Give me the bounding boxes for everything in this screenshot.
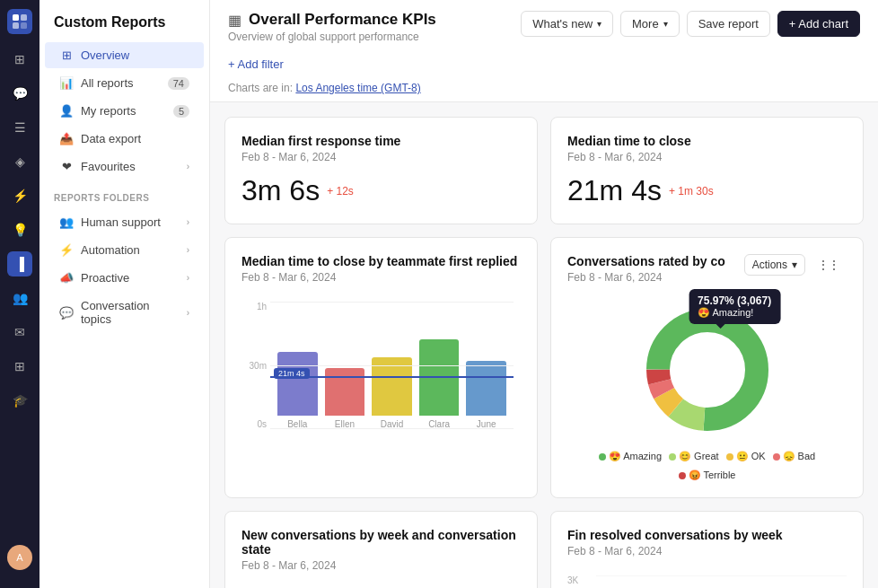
median-first-response-value: 3m 6s + 12s	[241, 174, 521, 207]
save-report-button[interactable]: Save report	[687, 11, 770, 37]
timezone-link[interactable]: Los Angeles time (GMT-8)	[295, 82, 420, 94]
conversation-topics-icon: 💬	[59, 306, 74, 320]
median-first-response-card: Median first response time Feb 8 - Mar 6…	[224, 117, 538, 224]
inbox-icon[interactable]: ☰	[7, 115, 32, 140]
more-arrow-icon: ▾	[663, 19, 668, 29]
whats-new-label: What's new	[532, 17, 593, 31]
fin-bar-chart-svg	[596, 575, 847, 588]
new-conversations-title: New conversations by week and conversati…	[241, 528, 521, 557]
message-icon[interactable]: ✉	[7, 320, 32, 345]
fin-resolved-date: Feb 8 - Mar 6, 2024	[567, 545, 847, 557]
save-report-label: Save report	[698, 17, 759, 31]
my-reports-icon: 👤	[59, 104, 74, 118]
nav-data-export-label: Data export	[81, 132, 189, 145]
my-reports-badge: 5	[173, 105, 189, 118]
nav-item-my-reports[interactable]: 👤 My reports 5	[45, 98, 204, 124]
donut-chart: 75.97% (3,067) 😍 Amazing!	[636, 298, 779, 442]
median-first-response-title: Median first response time	[241, 134, 521, 148]
svg-rect-3	[21, 22, 27, 29]
grid-icon[interactable]: ⊞	[7, 354, 32, 379]
nav-item-favourites[interactable]: ❤ Favourites ›	[45, 154, 204, 180]
bulb-icon[interactable]: 💡	[7, 217, 32, 242]
median-close-teammate-date: Feb 8 - Mar 6, 2024	[241, 271, 521, 284]
report-subtitle: Overview of global support performance	[228, 31, 436, 43]
nav-item-overview[interactable]: ⊞ Overview	[45, 42, 204, 68]
fin-chart-area: 3K 2K 1K	[567, 575, 847, 588]
chat-icon[interactable]: 💬	[7, 81, 32, 106]
whats-new-arrow-icon: ▾	[597, 19, 601, 29]
donut-legend: 😍 Amazing 😊 Great 😐 OK 😞 Bad 😡 Terrible	[567, 451, 847, 481]
nav-item-data-export[interactable]: 📤 Data export	[45, 126, 204, 152]
fin-resolved-title: Fin resolved conversations by week	[567, 528, 847, 542]
sidebar-title: Custom Reports	[40, 0, 209, 41]
median-close-teammate-title: Median time to close by teammate first r…	[241, 254, 521, 268]
add-filter-button[interactable]: + Add filter	[228, 57, 284, 71]
whats-new-button[interactable]: What's new ▾	[521, 11, 613, 37]
reports-folders-section: REPORTS FOLDERS	[40, 180, 209, 208]
dashboard: Median first response time Feb 8 - Mar 6…	[210, 102, 878, 588]
graduation-icon[interactable]: 🎓	[7, 388, 32, 413]
nav-overview-label: Overview	[81, 48, 189, 62]
median-time-to-close-change: + 1m 30s	[669, 185, 714, 197]
nav-folder-proactive[interactable]: 📣 Proactive ›	[45, 265, 204, 291]
new-conversations-card: New conversations by week and conversati…	[224, 511, 538, 588]
nav-sidebar: Custom Reports ⊞ Overview 📊 All reports …	[40, 0, 210, 588]
median-time-to-close-card: Median time to close Feb 8 - Mar 6, 2024…	[550, 117, 864, 224]
nav-folder-human-support[interactable]: 👥 Human support ›	[45, 209, 204, 235]
timezone-note: Charts are in: Los Angeles time (GMT-8)	[228, 78, 860, 101]
user-avatar[interactable]: A	[7, 545, 32, 570]
nav-conversation-topics-label: Conversation topics	[81, 299, 180, 326]
conversation-topics-arrow-icon: ›	[187, 308, 189, 318]
nav-item-all-reports[interactable]: 📊 All reports 74	[45, 70, 204, 96]
donut-chart-area: 75.97% (3,067) 😍 Amazing!	[567, 294, 847, 481]
header-report-icon: ▦	[228, 12, 241, 29]
nav-automation-label: Automation	[81, 243, 180, 257]
overview-icon: ⊞	[59, 48, 74, 62]
fin-resolved-card: Fin resolved conversations by week Feb 8…	[550, 511, 864, 588]
main-header: ▦ Overall Performance KPIs Overview of g…	[210, 0, 878, 102]
more-button[interactable]: More ▾	[620, 11, 680, 37]
more-label: More	[632, 17, 659, 31]
all-reports-badge: 74	[168, 77, 189, 90]
nav-human-support-label: Human support	[81, 215, 180, 229]
svg-rect-1	[21, 14, 27, 21]
svg-point-9	[672, 334, 743, 406]
add-chart-button[interactable]: + Add chart	[777, 11, 860, 37]
automation-arrow-icon: ›	[187, 245, 189, 255]
nav-folder-conversation-topics[interactable]: 💬 Conversation topics ›	[45, 293, 204, 332]
conversations-rated-card: Conversations rated by co Feb 8 - Mar 6,…	[550, 237, 864, 498]
svg-rect-2	[13, 22, 19, 29]
donut-tooltip: 75.97% (3,067) 😍 Amazing!	[689, 289, 780, 324]
nav-favourites-label: Favourites	[81, 160, 180, 173]
target-icon[interactable]: ◈	[7, 149, 32, 174]
nav-proactive-label: Proactive	[81, 271, 180, 285]
app-logo-icon[interactable]	[7, 9, 32, 34]
report-title: Overall Performance KPIs	[249, 11, 436, 29]
human-support-arrow-icon: ›	[187, 217, 189, 227]
favourites-icon: ❤	[59, 160, 74, 173]
main-content: ▦ Overall Performance KPIs Overview of g…	[210, 0, 878, 588]
svg-rect-0	[13, 14, 19, 21]
actions-button[interactable]: Actions ▾	[744, 254, 805, 276]
all-reports-icon: 📊	[59, 76, 74, 90]
median-close-by-teammate-card: Median time to close by teammate first r…	[224, 237, 538, 498]
chart-bar-icon[interactable]: ▐	[7, 251, 32, 276]
people-icon[interactable]: 👥	[7, 285, 32, 311]
median-time-to-close-title: Median time to close	[567, 134, 847, 148]
median-first-response-date: Feb 8 - Mar 6, 2024	[241, 151, 521, 163]
automation-icon: ⚡	[59, 243, 74, 257]
home-icon[interactable]: ⊞	[7, 47, 32, 72]
median-time-to-close-date: Feb 8 - Mar 6, 2024	[567, 151, 847, 163]
proactive-arrow-icon: ›	[187, 273, 189, 283]
median-time-to-close-value: 21m 4s + 1m 30s	[567, 174, 847, 207]
more-options-button[interactable]: ⋮⋮	[811, 255, 847, 275]
nav-all-reports-label: All reports	[81, 76, 161, 90]
conversations-rated-date: Feb 8 - Mar 6, 2024	[567, 271, 725, 284]
median-first-response-change: + 12s	[327, 185, 354, 197]
add-chart-label: + Add chart	[789, 17, 848, 31]
proactive-icon: 📣	[59, 271, 74, 285]
bar-chart-area: 1h 30m 0s 21m 4s	[241, 302, 521, 481]
lightning-icon[interactable]: ⚡	[7, 183, 32, 208]
data-export-icon: 📤	[59, 132, 74, 145]
nav-folder-automation[interactable]: ⚡ Automation ›	[45, 237, 204, 263]
